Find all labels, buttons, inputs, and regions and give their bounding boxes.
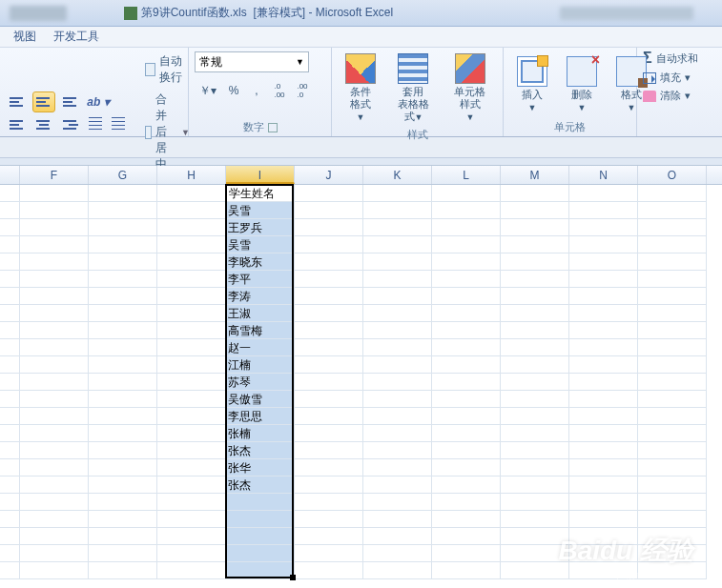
cell[interactable] bbox=[89, 271, 157, 288]
cell[interactable] bbox=[20, 528, 89, 545]
cell[interactable] bbox=[432, 322, 501, 339]
tab-view[interactable]: 视图 bbox=[13, 29, 36, 45]
cell[interactable] bbox=[432, 288, 501, 305]
cell[interactable] bbox=[569, 236, 638, 253]
cell[interactable] bbox=[363, 528, 432, 545]
column-header-G[interactable]: G bbox=[89, 166, 157, 184]
cell[interactable] bbox=[157, 442, 226, 459]
cell[interactable] bbox=[89, 425, 157, 442]
currency-button[interactable]: ￥▾ bbox=[195, 80, 221, 101]
align-center-button[interactable] bbox=[32, 114, 55, 135]
cell[interactable] bbox=[638, 219, 707, 236]
orientation-button[interactable]: ab ▾ bbox=[86, 91, 111, 112]
align-bottom-button[interactable] bbox=[59, 91, 82, 112]
cell[interactable] bbox=[226, 528, 295, 545]
cell[interactable] bbox=[89, 442, 157, 459]
cell[interactable] bbox=[20, 545, 89, 562]
cell[interactable] bbox=[89, 391, 157, 408]
cell[interactable] bbox=[20, 236, 89, 253]
cell-styles-button[interactable]: 单元格样式▼ bbox=[444, 51, 497, 126]
cell[interactable] bbox=[363, 442, 432, 459]
cell[interactable] bbox=[89, 322, 157, 339]
cell[interactable] bbox=[363, 425, 432, 442]
cell[interactable] bbox=[569, 511, 638, 528]
cell[interactable] bbox=[363, 202, 432, 219]
cell[interactable] bbox=[501, 322, 569, 339]
cell[interactable]: 李晓东 bbox=[226, 253, 295, 271]
number-format-dropdown[interactable]: 常规▼ bbox=[195, 51, 309, 72]
cell[interactable] bbox=[295, 374, 363, 391]
cell[interactable] bbox=[501, 219, 569, 236]
cell[interactable] bbox=[432, 562, 501, 579]
cell[interactable] bbox=[569, 219, 638, 236]
column-header-O[interactable]: O bbox=[638, 166, 707, 184]
cell[interactable] bbox=[89, 545, 157, 562]
cell[interactable] bbox=[363, 391, 432, 408]
cell[interactable] bbox=[432, 476, 501, 494]
align-left-button[interactable] bbox=[6, 114, 29, 135]
column-header-J[interactable]: J bbox=[295, 166, 363, 184]
cell[interactable] bbox=[569, 494, 638, 511]
cell[interactable] bbox=[157, 271, 226, 288]
increase-decimal-button[interactable]: .0.00 bbox=[269, 80, 290, 101]
cell[interactable] bbox=[89, 253, 157, 271]
cell[interactable] bbox=[432, 528, 501, 545]
cell[interactable] bbox=[295, 322, 363, 339]
cell[interactable] bbox=[89, 219, 157, 236]
cell[interactable] bbox=[157, 339, 226, 356]
cell[interactable] bbox=[432, 494, 501, 511]
cell[interactable] bbox=[501, 185, 569, 202]
cell[interactable] bbox=[157, 288, 226, 305]
cell[interactable] bbox=[501, 236, 569, 253]
cell[interactable] bbox=[638, 391, 707, 408]
cell[interactable] bbox=[20, 339, 89, 356]
cell[interactable] bbox=[501, 339, 569, 356]
cell[interactable] bbox=[157, 219, 226, 236]
cell[interactable] bbox=[295, 305, 363, 322]
cell[interactable] bbox=[638, 425, 707, 442]
merge-center-button[interactable]: 合并后居中▼ bbox=[139, 90, 196, 174]
decrease-indent-button[interactable] bbox=[86, 114, 109, 135]
cell[interactable] bbox=[501, 408, 569, 425]
cell[interactable] bbox=[157, 253, 226, 271]
cell[interactable] bbox=[501, 253, 569, 271]
number-launcher[interactable] bbox=[268, 123, 278, 132]
cell[interactable] bbox=[638, 408, 707, 425]
cell[interactable] bbox=[89, 374, 157, 391]
cell[interactable] bbox=[20, 374, 89, 391]
cell[interactable] bbox=[569, 305, 638, 322]
cell[interactable]: 吴傲雪 bbox=[226, 391, 295, 408]
cell[interactable] bbox=[20, 322, 89, 339]
cell[interactable] bbox=[432, 185, 501, 202]
cell[interactable] bbox=[20, 185, 89, 202]
cell[interactable] bbox=[638, 476, 707, 494]
cell[interactable] bbox=[363, 562, 432, 579]
cell[interactable]: 吴雪 bbox=[226, 236, 295, 253]
cell[interactable] bbox=[89, 476, 157, 494]
cell[interactable] bbox=[89, 339, 157, 356]
cell[interactable] bbox=[501, 528, 569, 545]
cell[interactable] bbox=[363, 356, 432, 374]
cell[interactable] bbox=[501, 494, 569, 511]
cell[interactable] bbox=[157, 322, 226, 339]
cell[interactable] bbox=[157, 545, 226, 562]
column-header-N[interactable]: N bbox=[569, 166, 638, 184]
cell[interactable] bbox=[20, 562, 89, 579]
cell[interactable] bbox=[226, 494, 295, 511]
cell[interactable] bbox=[20, 253, 89, 271]
cell[interactable] bbox=[157, 476, 226, 494]
cell[interactable] bbox=[432, 442, 501, 459]
cell[interactable] bbox=[89, 562, 157, 579]
insert-button[interactable]: 插入▼ bbox=[509, 54, 555, 116]
cell[interactable] bbox=[638, 253, 707, 271]
column-header-M[interactable]: M bbox=[501, 166, 569, 184]
cell[interactable] bbox=[20, 356, 89, 374]
cell[interactable] bbox=[501, 271, 569, 288]
column-header-H[interactable]: H bbox=[157, 166, 226, 184]
cell[interactable] bbox=[157, 528, 226, 545]
cell[interactable] bbox=[295, 528, 363, 545]
cell[interactable] bbox=[569, 391, 638, 408]
cell[interactable] bbox=[501, 202, 569, 219]
align-right-button[interactable] bbox=[59, 114, 82, 135]
cell[interactable] bbox=[363, 185, 432, 202]
